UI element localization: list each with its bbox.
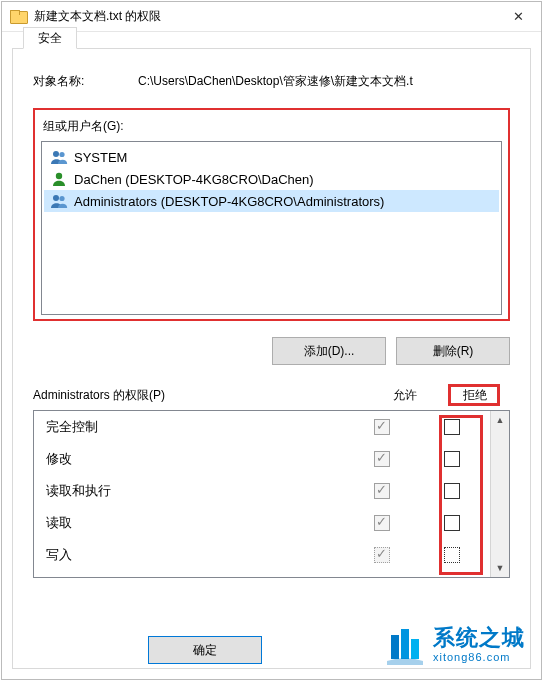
allow-checkbox bbox=[374, 547, 390, 563]
allow-checkbox bbox=[374, 451, 390, 467]
scrollbar[interactable]: ▲ ▼ bbox=[490, 411, 509, 577]
permission-row: 完全控制 bbox=[34, 411, 487, 443]
deny-column-header: 拒绝 bbox=[463, 388, 487, 402]
permission-row: 写入 bbox=[34, 539, 487, 571]
deny-checkbox[interactable] bbox=[444, 515, 460, 531]
deny-checkbox[interactable] bbox=[444, 451, 460, 467]
title-bar: 新建文本文档.txt 的权限 ✕ bbox=[2, 2, 541, 32]
deny-checkbox[interactable] bbox=[444, 547, 460, 563]
scroll-down-icon[interactable]: ▼ bbox=[491, 559, 509, 577]
permission-row: 修改 bbox=[34, 443, 487, 475]
annotation-red-box-groups: 组或用户名(G): SYSTEMDaChen (DESKTOP-4KG8CRO\… bbox=[33, 108, 510, 321]
scroll-up-icon[interactable]: ▲ bbox=[491, 411, 509, 429]
svg-point-4 bbox=[59, 196, 64, 201]
window-title: 新建文本文档.txt 的权限 bbox=[34, 8, 161, 25]
dialog-content: 安全 对象名称: C:\Users\DaChen\Desktop\管家速修\新建… bbox=[12, 48, 531, 669]
folder-icon bbox=[10, 10, 26, 24]
principal-row[interactable]: DaChen (DESKTOP-4KG8CRO\DaChen) bbox=[44, 168, 499, 190]
svg-rect-5 bbox=[391, 635, 399, 659]
svg-point-0 bbox=[53, 151, 59, 157]
permission-name: 写入 bbox=[46, 546, 347, 564]
svg-rect-6 bbox=[401, 629, 409, 659]
ok-button[interactable]: 确定 bbox=[148, 636, 262, 664]
allow-checkbox bbox=[374, 515, 390, 531]
add-button[interactable]: 添加(D)... bbox=[272, 337, 386, 365]
allow-checkbox bbox=[374, 419, 390, 435]
remove-button[interactable]: 删除(R) bbox=[396, 337, 510, 365]
watermark: 系统之城 xitong86.com bbox=[385, 625, 525, 665]
watermark-text: 系统之城 bbox=[433, 627, 525, 649]
principal-row[interactable]: SYSTEM bbox=[44, 146, 499, 168]
deny-checkbox[interactable] bbox=[444, 483, 460, 499]
svg-rect-7 bbox=[411, 639, 419, 659]
close-button[interactable]: ✕ bbox=[495, 2, 541, 31]
deny-checkbox[interactable] bbox=[444, 419, 460, 435]
principal-name: Administrators (DESKTOP-4KG8CRO\Administ… bbox=[74, 194, 384, 209]
permission-name: 完全控制 bbox=[46, 418, 347, 436]
svg-point-1 bbox=[59, 152, 64, 157]
group-icon bbox=[48, 148, 70, 166]
permissions-header: Administrators 的权限(P) bbox=[33, 387, 370, 404]
permission-row: 读取 bbox=[34, 507, 487, 539]
svg-point-2 bbox=[56, 173, 62, 179]
svg-point-3 bbox=[53, 195, 59, 201]
groups-label: 组或用户名(G): bbox=[43, 118, 502, 135]
object-path: C:\Users\DaChen\Desktop\管家速修\新建文本文档.t bbox=[138, 73, 413, 90]
permission-row: 读取和执行 bbox=[34, 475, 487, 507]
permission-list: 完全控制修改读取和执行读取写入 ▲ ▼ bbox=[33, 410, 510, 578]
allow-column-header: 允许 bbox=[370, 387, 440, 404]
principal-list[interactable]: SYSTEMDaChen (DESKTOP-4KG8CRO\DaChen)Adm… bbox=[41, 141, 502, 315]
user-icon bbox=[48, 170, 70, 188]
object-name-label: 对象名称: bbox=[33, 73, 138, 90]
watermark-logo-icon bbox=[385, 625, 425, 665]
permission-name: 读取 bbox=[46, 514, 347, 532]
principal-name: DaChen (DESKTOP-4KG8CRO\DaChen) bbox=[74, 172, 314, 187]
watermark-url: xitong86.com bbox=[433, 651, 525, 663]
permission-name: 读取和执行 bbox=[46, 482, 347, 500]
principal-name: SYSTEM bbox=[74, 150, 127, 165]
permission-name: 修改 bbox=[46, 450, 347, 468]
allow-checkbox bbox=[374, 483, 390, 499]
principal-row[interactable]: Administrators (DESKTOP-4KG8CRO\Administ… bbox=[44, 190, 499, 212]
group-icon bbox=[48, 192, 70, 210]
tab-security[interactable]: 安全 bbox=[23, 27, 77, 49]
